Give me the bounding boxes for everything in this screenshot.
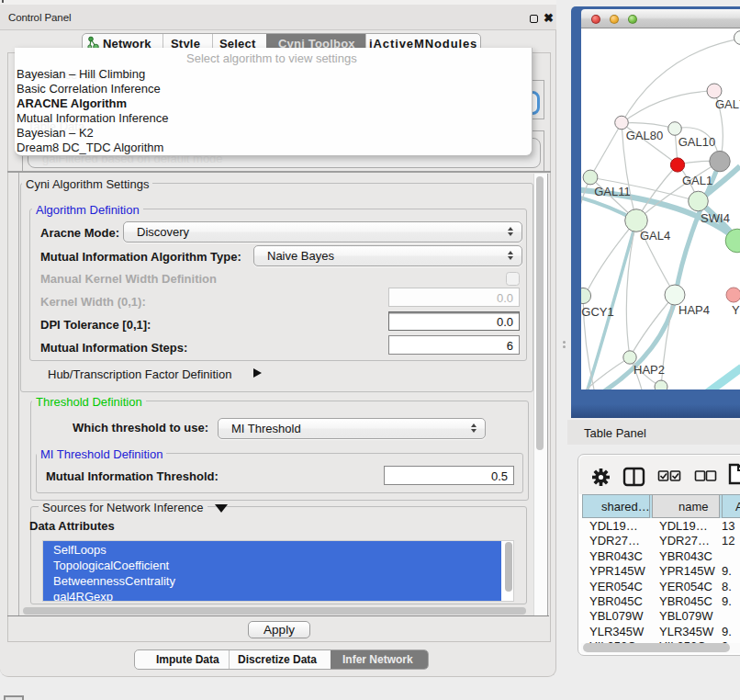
svg-text:GAL1: GAL1 [682,174,712,187]
svg-text:GAL11: GAL11 [594,185,631,198]
svg-text:GCY1: GCY1 [581,305,613,319]
svg-text:GAL10: GAL10 [678,135,715,149]
svg-text:HAP4: HAP4 [678,303,710,317]
svg-text:GAL4: GAL4 [640,229,670,243]
svg-text:SWI4: SWI4 [701,211,730,225]
svg-text:GAL7: GAL7 [715,97,740,111]
svg-text:GAL80: GAL80 [626,129,663,142]
svg-text:HAP2: HAP2 [633,363,665,377]
svg-text:YB: YB [732,303,740,317]
